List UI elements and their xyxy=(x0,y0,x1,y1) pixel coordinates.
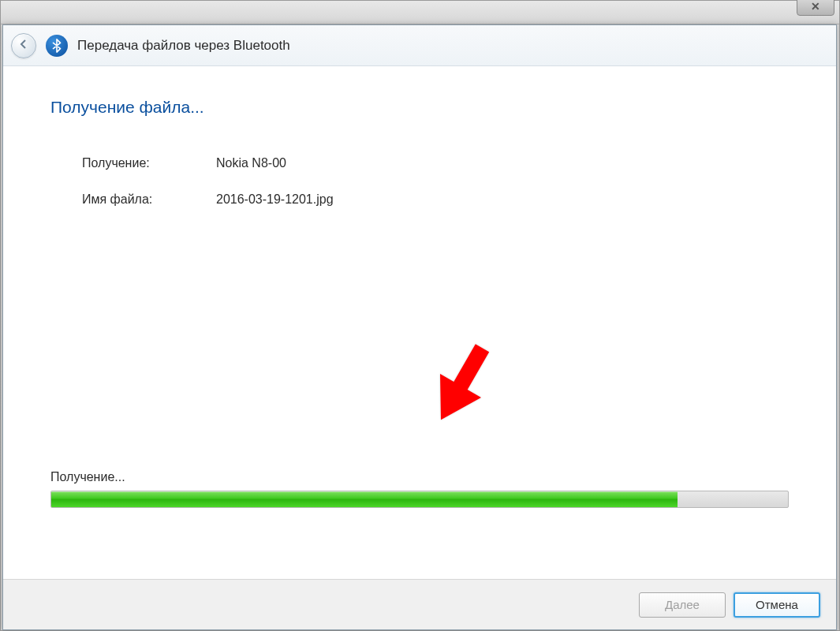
wizard-body: Получение файла... Получение: Nokia N8-0… xyxy=(3,66,836,579)
wizard-footer: Далее Отмена xyxy=(3,579,836,629)
background-titlebar: ✕ xyxy=(1,1,839,24)
wizard-header: Передача файлов через Bluetooth xyxy=(3,25,836,66)
filename-value: 2016-03-19-1201.jpg xyxy=(216,192,789,207)
filename-label: Имя файла: xyxy=(82,192,216,207)
info-grid: Получение: Nokia N8-00 Имя файла: 2016-0… xyxy=(50,156,789,207)
bluetooth-icon xyxy=(46,35,68,57)
page-heading: Получение файла... xyxy=(50,98,789,117)
background-close-button[interactable]: ✕ xyxy=(797,0,834,16)
progress-bar xyxy=(50,491,789,508)
progress-fill xyxy=(51,491,678,507)
next-button: Далее xyxy=(639,592,726,618)
annotation-arrow-icon xyxy=(421,334,500,440)
wizard-title: Передача файлов через Bluetooth xyxy=(77,38,290,54)
background-window: ✕ Передача файлов через Bluetooth Получе… xyxy=(0,0,840,631)
source-value: Nokia N8-00 xyxy=(216,156,789,170)
source-label: Получение: xyxy=(82,156,216,170)
bluetooth-wizard-window: Передача файлов через Bluetooth Получени… xyxy=(2,24,837,630)
cancel-button[interactable]: Отмена xyxy=(734,592,820,618)
back-button[interactable] xyxy=(11,33,36,58)
close-icon: ✕ xyxy=(811,0,820,13)
progress-section: Получение... xyxy=(50,470,789,508)
progress-label: Получение... xyxy=(50,470,789,484)
back-arrow-icon xyxy=(17,38,30,54)
